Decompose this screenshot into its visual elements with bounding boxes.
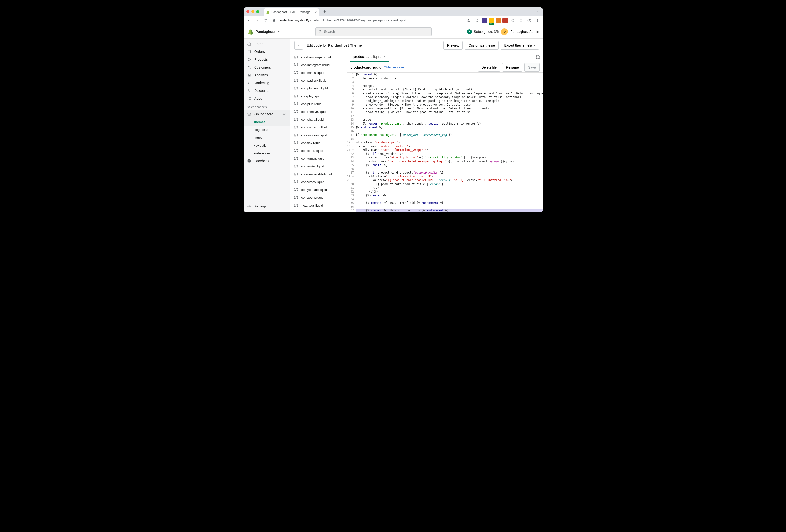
older-versions-link[interactable]: Older versions: [384, 65, 404, 69]
file-item[interactable]: {/}icon-instagram.liquid: [291, 61, 347, 69]
url-path: /admin/themes/127849889954?key=snippets/…: [316, 19, 406, 22]
eye-icon[interactable]: [283, 112, 287, 116]
chevron-down-icon[interactable]: [278, 30, 280, 33]
forward-button[interactable]: [254, 17, 261, 24]
file-item[interactable]: {/}icon-pinterest.liquid: [291, 84, 347, 92]
expert-help-button[interactable]: Expert theme help: [501, 41, 539, 50]
file-item[interactable]: {/}icon-minus.liquid: [291, 69, 347, 76]
file-item[interactable]: {/}icon-twitter.liquid: [291, 162, 347, 170]
sidebar-item-facebook[interactable]: Facebook: [244, 157, 290, 165]
file-item[interactable]: {/}icon-remove.liquid: [291, 108, 347, 116]
sidebar-item-orders[interactable]: Orders: [244, 48, 290, 55]
file-item[interactable]: {/}icon-plus.liquid: [291, 100, 347, 108]
svg-rect-15: [249, 97, 250, 98]
sidebar-item-marketing[interactable]: Marketing: [244, 79, 290, 87]
side-panel-button[interactable]: [517, 17, 525, 24]
liquid-file-icon: {/}: [293, 211, 299, 212]
extension-lighthouse-icon[interactable]: 30X+: [489, 18, 494, 23]
apps-icon: [247, 96, 251, 101]
sidebar-item-customers[interactable]: Customers: [244, 63, 290, 71]
sidebar-item-home[interactable]: Home: [244, 40, 290, 48]
browser-tab-bar: Pandaghost ~ Edit ~ Pandagh... × +: [244, 7, 543, 16]
menu-button[interactable]: [534, 17, 541, 24]
extension-icon[interactable]: [495, 18, 501, 23]
fullscreen-button[interactable]: [536, 55, 540, 59]
liquid-file-icon: {/}: [293, 71, 299, 74]
browser-tab[interactable]: Pandaghost ~ Edit ~ Pandagh... ×: [263, 8, 319, 16]
maximize-window-button[interactable]: [256, 10, 259, 13]
liquid-file-icon: {/}: [293, 102, 299, 106]
back-button[interactable]: [294, 41, 303, 50]
save-button[interactable]: Save: [525, 63, 539, 72]
file-item[interactable]: {/}icon-youtube.liquid: [291, 186, 347, 193]
store-name[interactable]: Pandaghost: [256, 30, 275, 33]
svg-rect-16: [248, 99, 249, 100]
liquid-file-icon: {/}: [293, 110, 299, 113]
sidebar-subitem-navigation[interactable]: Navigation: [244, 141, 290, 149]
close-tab-icon[interactable]: ×: [384, 54, 386, 59]
tab-title: Pandaghost ~ Edit ~ Pandagh...: [271, 10, 313, 14]
sidebar-subitem-blog-posts[interactable]: Blog posts: [244, 126, 290, 134]
svg-point-7: [319, 30, 321, 32]
profile-button[interactable]: [526, 17, 533, 24]
file-item[interactable]: {/}icon-zoom.liquid: [291, 193, 347, 201]
svg-line-8: [321, 32, 321, 33]
extension-icon[interactable]: [503, 18, 508, 23]
tab-list-button[interactable]: [537, 10, 540, 14]
file-item[interactable]: {/}icon-hamburger.liquid: [291, 53, 347, 61]
preview-button[interactable]: Preview: [443, 41, 463, 50]
search-input[interactable]: Search: [316, 27, 432, 36]
file-tab-active[interactable]: product-card.liquid ×: [350, 52, 389, 62]
sidebar-subitem-themes[interactable]: Themes: [244, 118, 290, 126]
customize-theme-button[interactable]: Customize theme: [465, 41, 499, 50]
admin-name[interactable]: Pandaghost Admin: [510, 30, 539, 33]
extension-icons: 30X+: [482, 17, 541, 24]
sidebar-item-analytics[interactable]: Analytics: [244, 71, 290, 79]
sidebar-item-apps[interactable]: Apps: [244, 95, 290, 102]
close-window-button[interactable]: [247, 10, 249, 13]
sidebar-item-discounts[interactable]: Discounts: [244, 87, 290, 95]
orders-icon: [247, 49, 251, 54]
code-content[interactable]: {% comment %} Renders a product card Acc…: [356, 73, 543, 212]
file-item[interactable]: {/}pagination.liquid: [291, 209, 347, 212]
file-item[interactable]: {/}icon-success.liquid: [291, 131, 347, 139]
new-tab-button[interactable]: +: [321, 8, 328, 15]
file-item[interactable]: {/}icon-tiktok.liquid: [291, 147, 347, 155]
rename-button[interactable]: Rename: [502, 63, 523, 72]
file-item[interactable]: {/}icon-tick.liquid: [291, 139, 347, 147]
sidebar-subitem-preferences[interactable]: Preferences: [244, 149, 290, 157]
setup-guide[interactable]: ⚑ Setup guide: 3/6: [467, 29, 499, 34]
liquid-file-icon: {/}: [293, 55, 299, 59]
file-tree[interactable]: {/}icon-hamburger.liquid{/}icon-instagra…: [291, 52, 347, 212]
liquid-file-icon: {/}: [293, 188, 299, 191]
sidebar-subitem-pages[interactable]: Pages: [244, 134, 290, 141]
delete-file-button[interactable]: Delete file: [478, 63, 500, 72]
avatar[interactable]: PA: [501, 28, 508, 35]
tab-close-icon[interactable]: ×: [315, 10, 317, 14]
add-channel-icon[interactable]: [283, 105, 287, 109]
sidebar-item-products[interactable]: Products: [244, 55, 290, 63]
extensions-button[interactable]: [509, 17, 516, 24]
code-editor[interactable]: 12345678910111213141516171819 ▾20 ▾21 ▾2…: [347, 73, 543, 212]
extension-icon[interactable]: [482, 18, 487, 23]
minimize-window-button[interactable]: [251, 10, 254, 13]
url-bar[interactable]: pandaghost.myshopify.com/admin/themes/12…: [270, 19, 464, 22]
file-item[interactable]: {/}icon-tumblr.liquid: [291, 155, 347, 162]
url-host: pandaghost.myshopify.com: [278, 19, 316, 22]
sidebar-item-online-store[interactable]: Online Store: [244, 110, 290, 118]
bookmark-button[interactable]: [474, 17, 481, 24]
file-item[interactable]: {/}icon-play.liquid: [291, 92, 347, 100]
sidebar-item-settings[interactable]: Settings: [244, 202, 290, 210]
file-item[interactable]: {/}icon-vimeo.liquid: [291, 178, 347, 186]
back-button[interactable]: [246, 17, 252, 24]
file-item[interactable]: {/}icon-share.liquid: [291, 116, 347, 123]
sidebar: HomeOrdersProductsCustomersAnalyticsMark…: [244, 39, 291, 212]
file-item[interactable]: {/}icon-snapchat.liquid: [291, 123, 347, 131]
file-item[interactable]: {/}icon-unavailable.liquid: [291, 170, 347, 178]
share-button[interactable]: [465, 17, 472, 24]
reload-button[interactable]: [262, 17, 269, 24]
file-item[interactable]: {/}icon-padlock.liquid: [291, 76, 347, 84]
file-item[interactable]: {/}meta-tags.liquid: [291, 201, 347, 209]
svg-point-12: [249, 91, 250, 92]
liquid-file-icon: {/}: [293, 165, 299, 168]
